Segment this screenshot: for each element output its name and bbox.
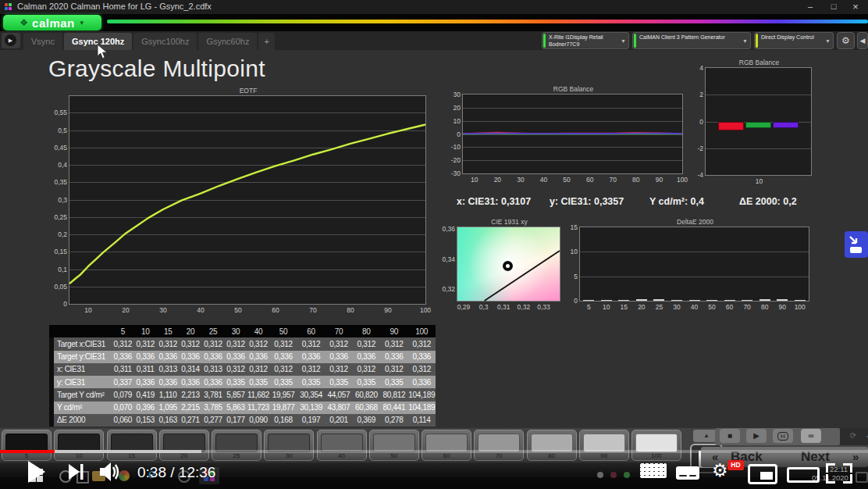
y-tick-label: 0,1 xyxy=(45,266,67,273)
loop-infinity-icon: ∞ xyxy=(808,431,813,440)
table-cell: 0,163 xyxy=(157,414,180,427)
player-settings-gear-icon[interactable]: ⚙ xyxy=(712,460,728,481)
table-cell: 0,312 xyxy=(325,363,352,376)
maximize-button[interactable]: □ xyxy=(823,0,845,14)
y-tick-label: 10 xyxy=(439,117,461,125)
video-progress-bar[interactable] xyxy=(0,450,868,453)
add-tab-button[interactable]: + xyxy=(258,33,274,50)
keyboard-icon[interactable] xyxy=(640,463,667,478)
table-cell: 0,396 xyxy=(134,402,157,414)
theater-mode-icon[interactable] xyxy=(787,467,820,483)
miniplayer-icon[interactable] xyxy=(748,464,777,484)
table-cell: 11,723 xyxy=(247,402,269,414)
deltae-bar xyxy=(601,300,612,301)
table-row: x: CIE310,3110,3110,3130,3140,3130,3120,… xyxy=(49,363,436,376)
gear-icon: ⚙ xyxy=(841,35,850,46)
table-cell: 0,114 xyxy=(408,414,436,427)
table-cell: 0,312 xyxy=(353,363,380,376)
table-cell: 0,335 xyxy=(247,376,269,388)
column-header: 60 xyxy=(297,325,325,337)
x-tick-label: 90 xyxy=(376,306,400,314)
table-cell: 2,215 xyxy=(180,402,202,414)
cie-chart: CIE 1931 xy0,360,340,320,290,30,310,320,… xyxy=(457,227,560,302)
loop-infinity-button[interactable]: ∞ xyxy=(801,429,821,443)
subtitles-icon[interactable] xyxy=(676,466,699,480)
deltae-bar xyxy=(742,300,752,301)
table-cell: 0,312 xyxy=(380,363,407,376)
table-cell: 5,857 xyxy=(225,388,247,401)
table-cell: 0,336 xyxy=(112,351,134,363)
x-tick-label: 30 xyxy=(151,306,175,314)
device-label: X-Rite i1Display RetailBodner77C9 xyxy=(549,34,617,48)
video-next-button[interactable] xyxy=(69,464,84,480)
deltae-bar xyxy=(618,300,629,301)
stop-icon: ■ xyxy=(727,431,732,440)
marker-h-button[interactable]: H xyxy=(773,429,793,443)
table-cell: 0,312 xyxy=(269,363,297,376)
y-tick-label: 0,35 xyxy=(45,178,67,186)
tab-gsync100hz[interactable]: Gsync100hz xyxy=(133,33,197,50)
picture-in-picture-icon[interactable] xyxy=(845,231,868,258)
deltae-bar xyxy=(636,299,647,301)
table-cell: 0,197 xyxy=(297,414,325,427)
table-cell: 0,335 xyxy=(353,376,380,388)
table-cell: 0,311 xyxy=(134,363,157,376)
table-cell: 0,271 xyxy=(180,414,202,427)
table-cell: 0,335 xyxy=(297,376,325,388)
deltae-bar xyxy=(653,299,664,301)
table-cell: 0,336 xyxy=(297,351,325,363)
chart-title: RGB Balance xyxy=(463,85,684,93)
y-tick-label: 0,25 xyxy=(45,213,67,221)
table-cell: 0,312 xyxy=(269,337,297,350)
table-cell: 0,312 xyxy=(180,337,202,350)
table-cell: 43,807 xyxy=(325,402,352,414)
y-tick-label: 0,15 xyxy=(45,248,67,255)
close-button[interactable]: × xyxy=(845,0,866,14)
x-tick-label: 70 xyxy=(601,176,624,184)
stop-button[interactable]: ■ xyxy=(720,429,740,443)
red-balance-bar xyxy=(718,122,744,130)
minimize-button[interactable]: – xyxy=(799,0,821,14)
rgb_lines-chart: RGB Balance3020100-10-20-301020304050607… xyxy=(462,94,683,174)
device-status-accent xyxy=(756,34,758,48)
table-cell: 0,313 xyxy=(202,363,225,376)
table-cell: 0,336 xyxy=(353,351,380,363)
gridline xyxy=(706,95,811,95)
video-play-button[interactable] xyxy=(28,461,47,483)
title-bar: Calman 2020 Calman Home for LG - Gsync_2… xyxy=(0,0,868,14)
table-cell: 0,419 xyxy=(134,388,157,401)
calman-app-icon xyxy=(5,3,12,11)
x-tick-label: 60 xyxy=(578,176,602,184)
row-label: Target y:CIE31 xyxy=(54,351,112,363)
tab-scroll-button[interactable]: ▶ xyxy=(2,33,20,48)
play-button[interactable]: ▶ xyxy=(746,429,767,443)
table-cell: 0,336 xyxy=(157,351,180,363)
table-cell: 104,189 xyxy=(408,402,436,414)
app-header: ❖ calman ▼ xyxy=(0,14,868,31)
collapse-panel-button[interactable]: ◀ xyxy=(857,32,868,49)
volume-icon[interactable] xyxy=(100,462,123,481)
tab-vsync[interactable]: Vsync xyxy=(23,33,62,50)
tab-gsync60hz[interactable]: Gsync60hz xyxy=(198,33,257,50)
table-cell: 0,070 xyxy=(112,402,134,414)
confirm-check-button[interactable]: ✓ xyxy=(859,429,868,443)
table-cell: 0,335 xyxy=(380,376,407,388)
table-cell: 0,336 xyxy=(325,351,352,363)
table-row: Target x:CIE310,3120,3120,3120,3120,3120… xyxy=(49,337,436,350)
device-label: CalMAN Client 3 Pattern Generator xyxy=(639,34,739,41)
calman-logo-button[interactable]: ❖ calman ▼ xyxy=(3,15,101,30)
table-cell: 80,441 xyxy=(380,402,407,414)
table-cell: 0,336 xyxy=(180,351,202,363)
fullscreen-icon[interactable] xyxy=(826,463,852,484)
table-cell: 0,336 xyxy=(247,351,269,363)
grayscale-data-table: 51015202530405060708090100Target x:CIE31… xyxy=(49,325,436,427)
calman-diamond-icon: ❖ xyxy=(20,17,28,28)
device-label-line2: Bodner77C9 xyxy=(549,41,617,48)
device-dropdown-1[interactable]: X-Rite i1Display RetailBodner77C9▼ xyxy=(542,32,629,49)
table-cell: 0,336 xyxy=(225,351,247,363)
x-tick-label: 20 xyxy=(486,176,509,184)
device-dropdown-2[interactable]: CalMAN Client 3 Pattern Generator▼ xyxy=(632,32,751,49)
device-dropdown-3[interactable]: Direct Display Control▼ xyxy=(754,32,834,49)
settings-gear-button[interactable]: ⚙ xyxy=(837,32,855,49)
y-tick-label: 0,2 xyxy=(45,230,67,238)
